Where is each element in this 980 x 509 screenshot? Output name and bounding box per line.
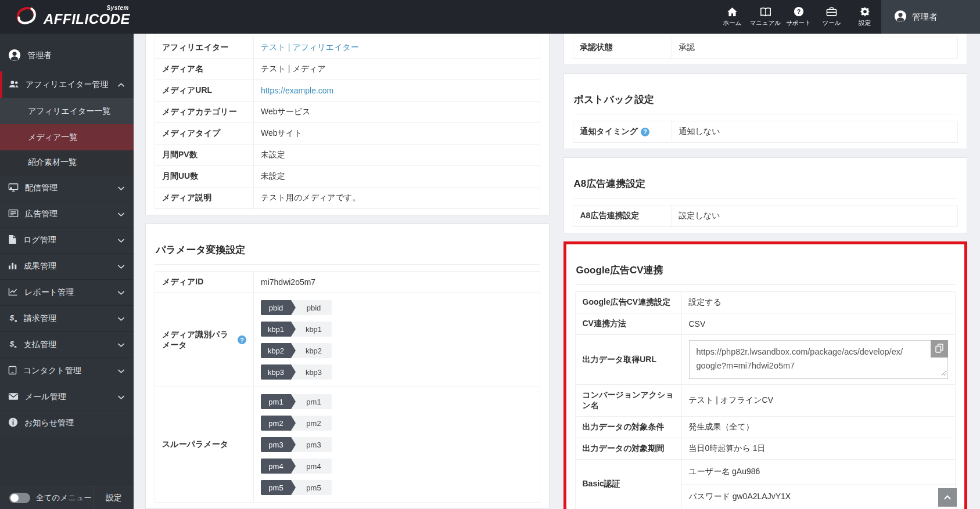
sidebar-item-label: レポート管理 [24,287,125,298]
sidebar-item-label: メール管理 [25,392,125,402]
header-user-menu[interactable]: 管理者 [881,0,980,34]
copy-url-button[interactable] [931,340,948,358]
param-conversion-card: パラメータ変換設定 メディアID mi7hdwi2o5m7 メディア識別パラメー… [145,223,550,509]
table-row: メディアタイプWebサイト [155,123,540,145]
basic-auth-values: ユーザー名 gAu986 パスワード gw0A2LAJvY1X [682,460,956,509]
svg-text:?: ? [796,8,800,15]
sidebar-item-label: 成果管理 [24,261,125,272]
card-title: パラメータ変換設定 [155,238,540,265]
table-row: 月間PV数未設定 [155,145,540,166]
ident-param-badges: pbidpbid kbp1kbp1 kbp2kbp2 kbp3kbp3 [261,298,332,381]
dollar-in-icon: $ [8,313,17,324]
svg-text:$: $ [9,313,15,322]
sidebar-item-label: 広告管理 [25,209,125,219]
table-row: メディアURLhttps://example.com [155,80,540,102]
sidebar-item-label: 配信管理 [25,183,125,193]
sidebar-item-media-list[interactable]: メディア一覧 [0,124,134,150]
scroll-to-top-button[interactable] [938,488,957,507]
param-badge: pm1pm1 [261,394,332,409]
sidebar-item-label: 紹介素材一覧 [28,157,125,168]
ident-param-label: メディア識別パラメータ ? [155,293,254,387]
table-row: メディアカテゴリーWebサービス [155,102,540,123]
table-row: メディア説明テスト用のメディアです。 [155,187,540,208]
chevron-up-icon [117,80,125,89]
tools-icon [826,6,837,17]
approval-status-card: 承認状態 承認 [563,34,968,65]
info-icon [8,417,18,429]
sidebar-item-payment-management[interactable]: $ 支払管理 [0,331,134,358]
help-icon[interactable]: ? [641,128,649,136]
sidebar-item-notice-management[interactable]: お知らせ管理 [0,410,134,436]
table-row: メディアID mi7hdwi2o5m7 [155,272,540,293]
all-menu-toggle[interactable] [9,493,30,503]
users-icon [8,80,19,91]
output-url-textarea[interactable]: https://php82r.lwsandbox.com/package/acs… [689,340,949,378]
nav-manual[interactable]: マニュアル [749,0,782,34]
postback-settings-card: ポストバック設定 通知タイミング ? 通知しない [563,73,968,149]
sidebar-item-report-management[interactable]: レポート管理 [0,279,134,305]
toggle-knob [10,494,19,502]
brand-swoosh-icon [14,5,38,29]
ads-icon [8,209,19,219]
all-menu-toggle-row: 全てのメニュー [0,486,94,509]
help-icon[interactable]: ? [238,335,246,344]
resize-handle-icon[interactable] [941,369,947,378]
card-title: ポストバック設定 [573,88,959,114]
chevron-down-icon [117,392,125,402]
sidebar-item-label: 請求管理 [24,313,125,324]
table-row: A8広告連携設定 設定しない [573,205,958,226]
sidebar-item-mail-management[interactable]: メール管理 [0,384,134,410]
basic-auth-username: ユーザー名 gAu986 [682,460,956,484]
chevron-down-icon [117,288,125,297]
sidebar-item-affiliate-list[interactable]: アフィリエイター一覧 [0,98,134,124]
left-column: アフィリエイターテスト | アフィリエイター メディア名テスト | メディア メ… [145,34,550,509]
nav-support[interactable]: ? サポート [782,0,815,34]
sidebar-item-label: アフィリエイター一覧 [28,106,125,117]
sidebar-item-account[interactable]: 管理者 [0,42,134,70]
sidebar-item-log-management[interactable]: ログ管理 [0,227,134,253]
nav-home[interactable]: ホーム [716,0,749,34]
sidebar-item-billing-management[interactable]: $ 請求管理 [0,305,134,331]
brand-sub: System [106,5,129,11]
chevron-up-icon [943,492,952,503]
param-badge: kbp2kbp2 [261,343,332,358]
chevron-down-icon [117,236,125,245]
table-row: メディア名テスト | メディア [155,59,540,80]
sidebar-item-contact-management[interactable]: コンタクト管理 [0,358,134,384]
nav-settings[interactable]: 設定 [848,0,881,34]
param-badge: pbidpbid [261,300,332,315]
nav-tools[interactable]: ツール [815,0,848,34]
media-url-link[interactable]: https://example.com [261,86,333,95]
user-circle-icon [894,10,907,24]
affiliate-link[interactable]: テスト | アフィリエイター [261,42,359,53]
sidebar-item-label: コンタクト管理 [23,366,125,376]
table-row: スルーパラメータ pm1pm1 pm2pm2 pm3pm3 pm4pm4 pm5… [155,387,540,502]
param-badge: kbp3kbp3 [261,364,332,380]
sidebar-item-label: アフィリエイター管理 [26,80,125,90]
table-row: CV連携方法CSV [576,313,956,335]
manual-icon [760,7,771,17]
sidebar-item-ad-management[interactable]: 広告管理 [0,201,134,227]
chevron-down-icon [117,314,125,323]
sidebar-item-affiliate-management[interactable]: アフィリエイター管理 [0,71,134,98]
sidebar-footer: 全てのメニュー 設定 [0,486,134,509]
delivery-icon [8,183,19,194]
param-badge: pm5pm5 [261,480,332,495]
top-nav: ホーム マニュアル ? サポート ツール 設定 [716,0,881,34]
bar-chart-icon [8,261,17,272]
sidebar-account-label: 管理者 [27,50,125,61]
sidebar-item-delivery-management[interactable]: 配信管理 [0,175,134,201]
output-url-field-wrap: https://php82r.lwsandbox.com/package/acs… [689,340,949,378]
brand-logo[interactable]: System AFFILICODE [0,0,130,34]
table-row: コンバージョンアクション名テスト | オフラインCV [576,385,956,417]
sidebar-item-material-list[interactable]: 紹介素材一覧 [0,150,134,175]
table-row: 出力データの対象条件発生成果（全て） [576,417,956,438]
sidebar-settings-button[interactable]: 設定 [94,486,134,509]
a8-link-settings-card: A8広告連携設定 A8広告連携設定 設定しない [563,157,968,233]
sidebar-item-label: お知らせ管理 [24,418,125,428]
table-row: 出力データ取得URL https://php82r.lwsandbox.com/… [576,335,956,384]
sidebar-item-results-management[interactable]: 成果管理 [0,253,134,279]
header-user-label: 管理者 [912,12,938,23]
settings-icon [860,6,870,17]
sidebar-item-label: 支払管理 [24,340,125,350]
